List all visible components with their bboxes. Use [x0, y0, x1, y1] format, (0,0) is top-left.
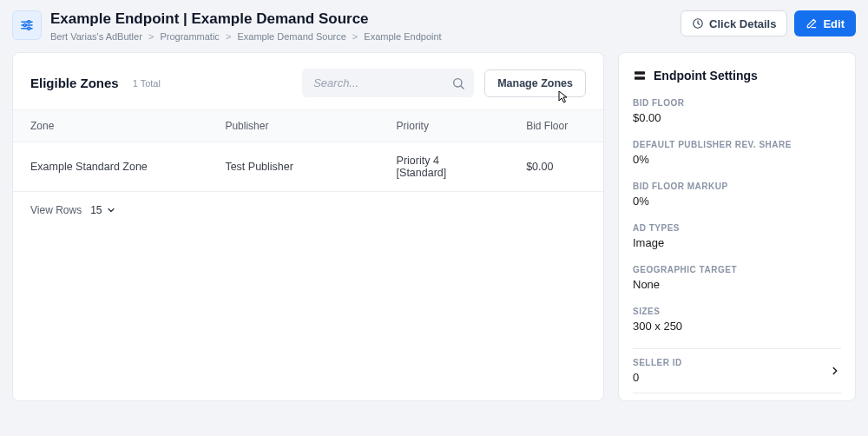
breadcrumb-item[interactable]: Programmatic — [160, 31, 219, 42]
chevron-right-icon — [829, 365, 841, 377]
cell-bid-floor: $0.00 — [509, 142, 603, 192]
breadcrumb-item[interactable]: Bert Varias's AdButler — [50, 31, 142, 42]
setting-value: Image — [633, 236, 841, 249]
chevron-down-icon — [106, 205, 116, 215]
setting-markup: BID FLOOR MARKUP 0% — [633, 182, 841, 208]
cell-priority: Priority 4 [Standard] — [379, 142, 510, 192]
setting-sizes: SIZES 300 x 250 — [633, 307, 841, 333]
column-zone[interactable]: Zone — [13, 110, 207, 142]
svg-rect-9 — [635, 71, 645, 74]
settings-icon — [633, 69, 647, 83]
svg-point-3 — [28, 21, 30, 23]
zones-table: Zone Publisher Priority Bid Floor Exampl… — [13, 109, 603, 192]
clock-icon — [692, 17, 704, 30]
page-title: Example Endpoint | Example Demand Source — [50, 10, 681, 28]
setting-label: SIZES — [633, 307, 841, 316]
endpoint-settings-panel: Endpoint Settings BID FLOOR $0.00 DEFAUL… — [618, 52, 856, 401]
setting-rev-share: DEFAULT PUBLISHER REV. SHARE 0% — [633, 140, 841, 166]
breadcrumb-item[interactable]: Example Endpoint — [364, 31, 441, 42]
breadcrumb-sep: > — [148, 31, 154, 42]
eligible-zones-total: 1 Total — [133, 78, 161, 89]
setting-label: DEFAULT PUBLISHER REV. SHARE — [633, 140, 841, 149]
endpoint-icon — [12, 10, 42, 40]
setting-value: None — [633, 278, 841, 291]
setting-bid-floor: BID FLOOR $0.00 — [633, 98, 841, 124]
endpoint-settings-title: Endpoint Settings — [654, 69, 758, 83]
setting-value: 0% — [633, 153, 841, 166]
svg-line-8 — [461, 86, 464, 89]
edit-icon — [806, 17, 818, 30]
search-box — [302, 69, 474, 97]
click-details-label: Click Details — [709, 18, 776, 30]
page-header: Example Endpoint | Example Demand Source… — [0, 0, 868, 52]
breadcrumb-item[interactable]: Example Demand Source — [237, 31, 345, 42]
click-details-button[interactable]: Click Details — [681, 10, 787, 36]
setting-label: BID FLOOR MARKUP — [633, 182, 841, 191]
setting-value: 0% — [633, 195, 841, 208]
table-row[interactable]: Example Standard Zone Test Publisher Pri… — [13, 142, 603, 192]
setting-label: AD TYPES — [633, 223, 841, 233]
column-publisher[interactable]: Publisher — [207, 110, 378, 142]
rows-per-page-selector[interactable]: 15 — [90, 204, 115, 216]
breadcrumb-sep: > — [352, 31, 358, 42]
eligible-zones-title: Eligible Zones — [30, 76, 119, 90]
rows-value: 15 — [90, 204, 102, 216]
edit-button[interactable]: Edit — [794, 10, 856, 36]
setting-label: SELLER ID — [633, 358, 829, 367]
setting-geo-target: GEOGRAPHIC TARGET None — [633, 265, 841, 291]
search-icon — [451, 76, 465, 90]
setting-label: BID FLOOR — [633, 98, 841, 108]
seller-id-row[interactable]: SELLER ID 0 — [633, 348, 841, 393]
cell-publisher: Test Publisher — [207, 142, 378, 192]
setting-label: GEOGRAPHIC TARGET — [633, 265, 841, 274]
search-input[interactable] — [302, 69, 474, 97]
svg-point-4 — [23, 24, 26, 27]
column-priority[interactable]: Priority — [379, 110, 510, 142]
manage-zones-button[interactable]: Manage Zones — [484, 69, 586, 97]
cell-zone: Example Standard Zone — [13, 142, 207, 192]
svg-point-5 — [28, 27, 30, 30]
view-rows-label: View Rows — [30, 204, 82, 216]
column-bid-floor[interactable]: Bid Floor — [509, 110, 603, 142]
view-rows-control: View Rows 15 — [13, 192, 603, 232]
eligible-zones-panel: Eligible Zones 1 Total Manage Zones Zone… — [12, 52, 604, 401]
setting-value: 300 x 250 — [633, 320, 841, 333]
breadcrumb-sep: > — [226, 31, 231, 42]
setting-value: $0.00 — [633, 111, 841, 124]
setting-ad-types: AD TYPES Image — [633, 223, 841, 249]
svg-rect-10 — [635, 76, 645, 79]
setting-value: 0 — [633, 371, 829, 384]
edit-label: Edit — [823, 18, 845, 30]
breadcrumb: Bert Varias's AdButler > Programmatic > … — [50, 31, 681, 42]
